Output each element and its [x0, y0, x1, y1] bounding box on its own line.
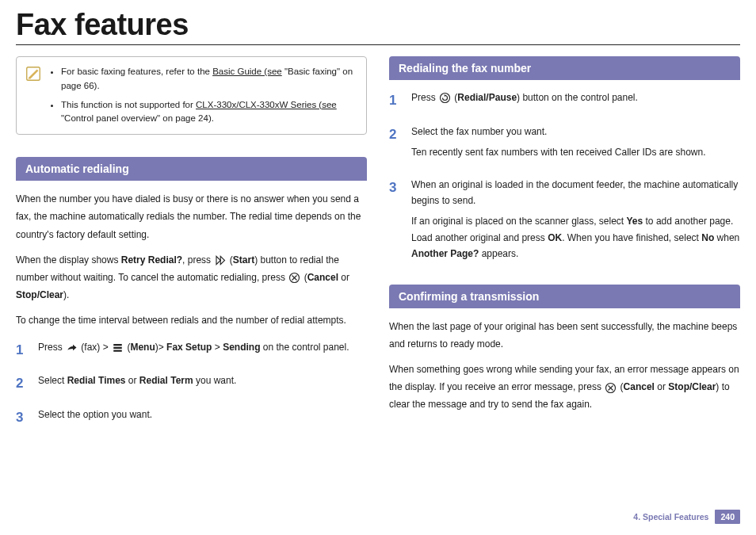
- text: Press: [38, 342, 65, 353]
- bold-text: Retry Redial?: [121, 254, 182, 266]
- step-body: When an original is loaded in the docume…: [411, 177, 740, 267]
- bold-text: Another Page?: [411, 248, 479, 259]
- text: Select the option you want.: [38, 407, 367, 422]
- cancel-icon: [288, 272, 300, 284]
- bold-text: OK: [548, 232, 562, 243]
- text: When an original is loaded in the docume…: [411, 177, 740, 209]
- text: on the control panel.: [260, 342, 349, 353]
- note-box: For basic faxing features, refer to the …: [16, 56, 367, 135]
- bold-text: Cancel: [307, 272, 338, 283]
- start-icon: [214, 254, 226, 266]
- text: you want.: [193, 375, 237, 386]
- bold-text: Stop/Clear: [16, 289, 63, 300]
- step-item: 3 When an original is loaded in the docu…: [389, 177, 740, 267]
- section-heading-confirming: Confirming a transmission: [389, 285, 740, 308]
- note-item: This function is not supported for CLX-3…: [61, 98, 357, 127]
- text: Ten recently sent fax numbers with ten r…: [411, 144, 740, 160]
- text: >: [212, 342, 223, 353]
- text: ).: [63, 289, 69, 300]
- text: (fax) >: [81, 342, 111, 353]
- paragraph: When the last page of your original has …: [389, 318, 740, 353]
- content-columns: For basic faxing features, refer to the …: [16, 56, 740, 441]
- menu-icon: [112, 342, 124, 353]
- bold-text: Start: [233, 254, 254, 266]
- bold-text: Redial Term: [139, 375, 193, 386]
- bold-text: Sending: [223, 342, 260, 353]
- svg-rect-8: [113, 350, 122, 351]
- svg-marker-1: [216, 256, 220, 265]
- paragraph: When the number you have dialed is busy …: [16, 190, 367, 243]
- bold-text: No: [701, 232, 714, 243]
- note-text: "Control panel overview" on page 24).: [61, 113, 214, 123]
- text: or: [655, 381, 668, 392]
- step-item: 2 Select Redial Times or Redial Term you…: [16, 373, 367, 396]
- page-title: Fax features: [16, 8, 740, 42]
- paragraph: To change the time interval between redi…: [16, 311, 367, 329]
- text: or: [126, 375, 139, 386]
- title-rule: [16, 44, 740, 45]
- text: when: [714, 232, 739, 243]
- text: If an original is placed on the scanner …: [411, 216, 627, 227]
- svg-marker-10: [445, 94, 446, 97]
- step-body: Press (Redial/Pause) button on the contr…: [411, 90, 740, 113]
- text: Select: [38, 375, 67, 386]
- fax-icon: [66, 342, 78, 353]
- steps-list: 1 Press (fax) > (Menu)> Fax Setup > Send…: [16, 339, 367, 430]
- note-icon: [25, 65, 42, 82]
- svg-point-9: [441, 94, 450, 103]
- text: appears.: [479, 248, 518, 259]
- step-item: 2 Select the fax number you want. Ten re…: [389, 124, 740, 166]
- bold-text: Fax Setup: [166, 342, 212, 353]
- text: . When you have finished, select: [562, 232, 701, 243]
- note-text: This function is not supported for: [61, 100, 196, 109]
- step-body: Select the option you want.: [38, 407, 367, 430]
- step-item: 3 Select the option you want.: [16, 407, 367, 430]
- right-column: Redialing the fax number 1 Press (Redial…: [389, 56, 740, 441]
- bold-text: Redial/Pause: [457, 92, 517, 103]
- text: ) button on the control panel.: [517, 92, 638, 103]
- text: Select the fax number you want.: [411, 124, 740, 139]
- redial-icon: [439, 92, 451, 104]
- bold-text: Cancel: [624, 381, 655, 392]
- step-number: 1: [16, 339, 38, 362]
- step-item: 1 Press (Redial/Pause) button on the con…: [389, 90, 740, 113]
- note-item: For basic faxing features, refer to the …: [61, 65, 357, 94]
- step-item: 1 Press (fax) > (Menu)> Fax Setup > Send…: [16, 339, 367, 362]
- step-number: 2: [389, 124, 411, 166]
- bold-text: Yes: [627, 216, 643, 227]
- footer-section-label: 4. Special Features: [633, 512, 708, 522]
- section-heading-redialing: Redialing the fax number: [389, 56, 740, 80]
- cancel-icon: [605, 382, 617, 394]
- svg-rect-7: [113, 347, 122, 349]
- step-number: 1: [389, 90, 411, 113]
- steps-list: 1 Press (Redial/Pause) button on the con…: [389, 90, 740, 267]
- text: , press: [182, 254, 213, 266]
- svg-rect-6: [113, 344, 122, 346]
- step-number: 3: [389, 177, 411, 267]
- page-footer: 4. Special Features 240: [633, 510, 740, 524]
- text: Press: [411, 92, 438, 103]
- step-body: Press (fax) > (Menu)> Fax Setup > Sendin…: [38, 339, 367, 362]
- bold-text: Menu: [130, 342, 155, 353]
- bold-text: Stop/Clear: [668, 381, 716, 392]
- note-text: For basic faxing features, refer to the: [61, 67, 212, 76]
- text: )>: [155, 342, 166, 353]
- bold-text: Redial Times: [67, 375, 126, 386]
- step-number: 3: [16, 407, 38, 430]
- note-link[interactable]: CLX-330x/CLX-330xW Series (see: [196, 100, 337, 109]
- footer-page-number: 240: [715, 510, 740, 524]
- section-heading-automatic-redialing: Automatic redialing: [16, 157, 367, 181]
- paragraph: When something goes wrong while sending …: [389, 361, 740, 414]
- paragraph: When the display shows Retry Redial?, pr…: [16, 251, 367, 304]
- note-link[interactable]: Basic Guide (see: [212, 67, 282, 76]
- step-body: Select Redial Times or Redial Term you w…: [38, 373, 367, 396]
- left-column: For basic faxing features, refer to the …: [16, 56, 367, 441]
- step-body: Select the fax number you want. Ten rece…: [411, 124, 740, 166]
- step-number: 2: [16, 373, 38, 396]
- text: When the display shows: [16, 254, 121, 266]
- text: or: [338, 272, 349, 283]
